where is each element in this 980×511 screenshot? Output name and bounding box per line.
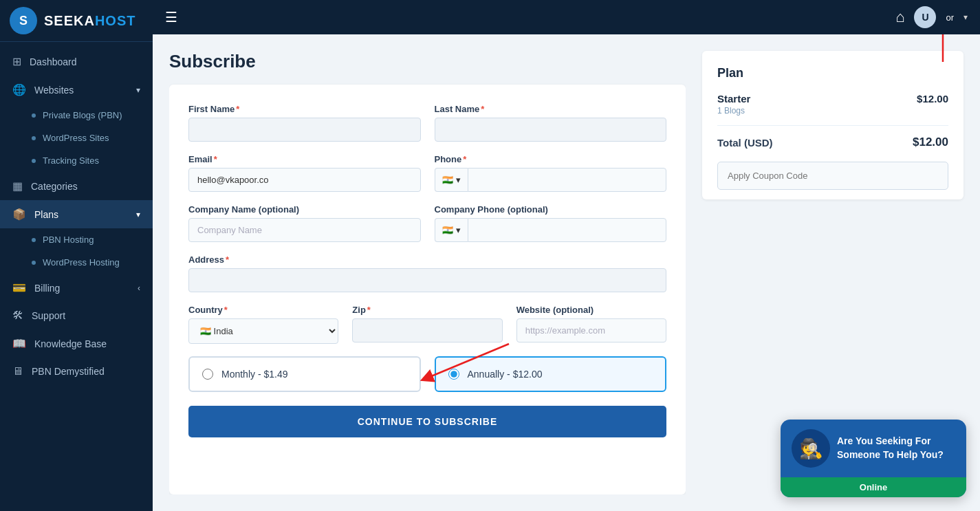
hamburger-icon[interactable]: ☰ [165,9,177,25]
company-india-flag-icon: 🇮🇳 [442,225,453,235]
chevron-down-icon: ▾ [136,210,140,219]
company-phone-group: Company Phone (optional) 🇮🇳 ▾ [435,204,667,242]
topbar-left: ☰ [165,9,177,25]
dot-icon [32,261,36,265]
billing-annually-option[interactable]: Annually - $12.00 [435,356,667,392]
company-phone-label: Company Phone (optional) [435,204,667,215]
home-icon[interactable]: ⌂ [895,8,904,26]
plan-info: Starter 1 Blogs [717,93,750,116]
first-name-input[interactable] [188,118,421,142]
plan-detail-row: Starter 1 Blogs $12.00 [717,93,948,126]
sidebar-item-label: Categories [31,181,78,192]
zip-input[interactable] [352,318,502,343]
billing-annually-radio[interactable] [448,369,459,380]
plan-name: Starter [717,93,750,105]
company-phone-row: 🇮🇳 ▾ [435,218,667,242]
sidebar-item-support[interactable]: 🛠 Support [0,302,153,329]
sidebar-item-tracking-sites[interactable]: Tracking Sites [0,149,153,172]
company-phone-flag-dropdown[interactable]: 🇮🇳 ▾ [435,218,468,242]
logo-text: SEEKAHOST [44,13,135,29]
sidebar-item-label: PBN Demystified [32,366,105,377]
sidebar-item-dashboard[interactable]: ⊞ Dashboard [0,47,153,76]
billing-icon: 💳 [12,281,26,294]
last-name-input[interactable] [435,118,667,142]
billing-monthly-option[interactable]: Monthly - $1.49 [188,356,421,392]
username-label: or [946,12,954,23]
chevron-left-icon: ‹ [138,283,140,293]
last-name-group: Last Name* [435,104,667,142]
company-name-input[interactable] [188,218,421,242]
topbar: ☰ ⌂ U or ▾ [153,0,980,34]
plan-card-title: Plan [717,66,948,80]
phone-chevron-icon: ▾ [456,175,461,185]
email-phone-row: Email* Phone* 🇮🇳 ▾ [188,154,666,192]
phone-label: Phone* [435,154,667,164]
phone-input[interactable] [468,168,667,192]
chat-online-status: Online [781,477,966,497]
name-row: First Name* Last Name* [188,104,666,142]
address-row: Address* [188,254,666,292]
sidebar-item-knowledge-base[interactable]: 📖 Knowledge Base [0,329,153,358]
categories-icon: ▦ [12,180,23,193]
sidebar-item-label: Plans [34,209,58,220]
billing-monthly-radio[interactable] [202,369,213,380]
total-row: Total (USD) $12.00 [717,135,948,149]
subscribe-form-card: First Name* Last Name* [169,85,686,494]
website-group: Website (optional) [516,305,666,344]
sidebar-sub-label: PBN Hosting [43,235,94,245]
total-label: Total (USD) [717,137,773,149]
billing-row: Monthly - $1.49 Annually - $12.00 [188,356,666,392]
sidebar-item-plans[interactable]: 📦 Plans ▾ [0,200,153,228]
support-icon: 🛠 [12,309,23,322]
sidebar-item-billing[interactable]: 💳 Billing ‹ [0,274,153,302]
dot-icon [32,159,36,163]
email-input[interactable] [188,168,421,192]
first-name-group: First Name* [188,104,421,142]
phone-group: Phone* 🇮🇳 ▾ [435,154,667,192]
plan-card: Plan Starter 1 Blogs $12.00 Total (USD) … [702,51,963,199]
company-name-group: Company Name (optional) [188,204,421,242]
dot-icon [32,136,36,140]
globe-icon: 🌐 [12,83,26,96]
company-phone-input[interactable] [468,218,667,242]
total-price: $12.00 [913,135,948,149]
sidebar-item-pbn-demystified[interactable]: 🖥 PBN Demystified [0,358,153,385]
continue-button[interactable]: CONTINUE TO SUBSCRIBE [188,406,666,437]
email-label: Email* [188,154,421,164]
plans-icon: 📦 [12,208,26,221]
sidebar-item-categories[interactable]: ▦ Categories [0,172,153,200]
sidebar-item-label: Knowledge Base [34,338,107,349]
sidebar-item-wordpress-sites[interactable]: WordPress Sites [0,127,153,149]
sidebar-logo: S SEEKAHOST [0,0,153,42]
address-input[interactable] [188,268,666,292]
sidebar-item-pbn-hosting[interactable]: PBN Hosting [0,228,153,251]
sidebar-item-label: Support [32,310,65,321]
coupon-input[interactable] [717,162,948,190]
chat-message: Are You Seeking For Someone To Help You? [837,435,955,461]
avatar[interactable]: U [914,6,936,28]
page-title: Subscribe [169,51,686,72]
company-row: Company Name (optional) Company Phone (o… [188,204,666,242]
phone-row: 🇮🇳 ▾ [435,168,667,192]
phone-flag-dropdown[interactable]: 🇮🇳 ▾ [435,168,468,192]
dot-icon [32,238,36,242]
india-flag-icon: 🇮🇳 [442,175,453,185]
user-dropdown-icon[interactable]: ▾ [963,12,968,22]
zip-label: Zip* [352,305,502,315]
chat-body: 🕵️ Are You Seeking For Someone To Help Y… [781,420,966,477]
email-group: Email* [188,154,421,192]
country-select[interactable]: 🇮🇳 India 🇺🇸 United States 🇬🇧 United King… [188,318,338,344]
website-input[interactable] [516,318,666,343]
dashboard-icon: ⊞ [12,55,21,68]
chat-widget[interactable]: 🕵️ Are You Seeking For Someone To Help Y… [781,420,966,497]
sidebar-item-wordpress-hosting[interactable]: WordPress Hosting [0,251,153,274]
monitor-icon: 🖥 [12,365,23,378]
address-label: Address* [188,254,666,265]
billing-monthly-label: Monthly - $1.49 [221,369,288,380]
sidebar-item-websites[interactable]: 🌐 Websites ▾ [0,76,153,104]
logo-avatar: S [10,7,37,34]
sidebar-item-label: Billing [34,283,60,294]
topbar-right: ⌂ U or ▾ [895,6,968,28]
dot-icon [32,113,36,118]
sidebar-item-private-blogs[interactable]: Private Blogs (PBN) [0,104,153,127]
